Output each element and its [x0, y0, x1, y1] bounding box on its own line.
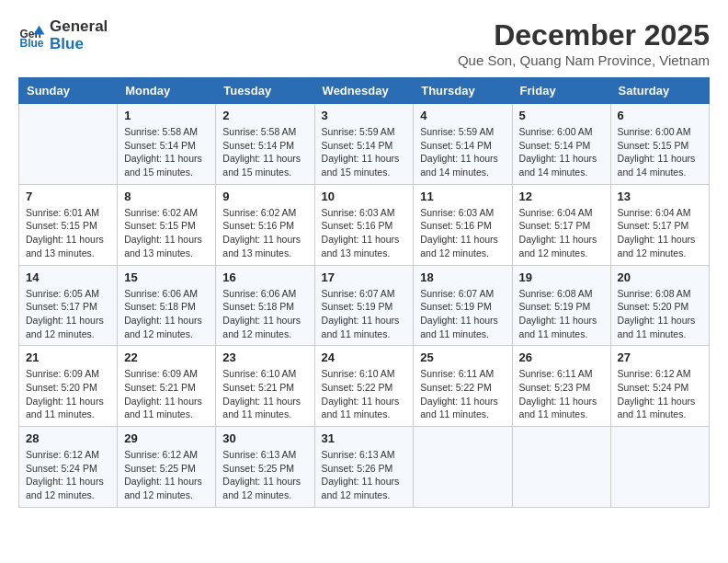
day-info: Sunrise: 6:09 AMSunset: 5:21 PMDaylight:…: [124, 368, 202, 419]
day-cell: 2 Sunrise: 5:58 AMSunset: 5:14 PMDayligh…: [216, 104, 314, 185]
day-info: Sunrise: 6:06 AMSunset: 5:18 PMDaylight:…: [124, 288, 202, 339]
day-cell: 21 Sunrise: 6:09 AMSunset: 5:20 PMDaylig…: [19, 346, 118, 427]
day-number: 7: [26, 190, 110, 203]
day-info: Sunrise: 6:12 AMSunset: 5:24 PMDaylight:…: [26, 449, 104, 500]
col-header-wednesday: Wednesday: [314, 78, 414, 104]
day-info: Sunrise: 6:10 AMSunset: 5:22 PMDaylight:…: [322, 368, 400, 419]
day-cell: 25 Sunrise: 6:11 AMSunset: 5:22 PMDaylig…: [414, 346, 512, 427]
day-number: 28: [26, 431, 110, 445]
day-cell: 24 Sunrise: 6:10 AMSunset: 5:22 PMDaylig…: [314, 346, 414, 427]
col-header-sunday: Sunday: [19, 78, 118, 104]
day-number: 9: [222, 190, 307, 203]
day-number: 10: [322, 190, 407, 203]
logo: Gen Blue General Blue: [18, 18, 108, 52]
week-row-3: 21 Sunrise: 6:09 AMSunset: 5:20 PMDaylig…: [19, 346, 710, 427]
day-info: Sunrise: 6:04 AMSunset: 5:17 PMDaylight:…: [519, 207, 597, 259]
day-number: 20: [618, 270, 702, 284]
day-info: Sunrise: 6:12 AMSunset: 5:24 PMDaylight:…: [618, 368, 696, 419]
day-cell: 18 Sunrise: 6:07 AMSunset: 5:19 PMDaylig…: [414, 265, 512, 346]
location-subtitle: Que Son, Quang Nam Province, Vietnam: [458, 52, 710, 68]
day-number: 30: [222, 431, 307, 445]
day-number: 15: [124, 270, 209, 284]
day-info: Sunrise: 6:08 AMSunset: 5:19 PMDaylight:…: [519, 288, 597, 339]
page-header: Gen Blue General Blue December 2025 Que …: [18, 18, 710, 68]
day-cell: 12 Sunrise: 6:04 AMSunset: 5:17 PMDaylig…: [512, 184, 610, 265]
day-number: 13: [618, 190, 702, 203]
day-number: 21: [26, 350, 110, 364]
day-cell: 30 Sunrise: 6:13 AMSunset: 5:25 PMDaylig…: [216, 427, 314, 508]
day-info: Sunrise: 6:13 AMSunset: 5:26 PMDaylight:…: [322, 449, 400, 500]
title-block: December 2025 Que Son, Quang Nam Provinc…: [458, 18, 710, 68]
day-cell: 3 Sunrise: 5:59 AMSunset: 5:14 PMDayligh…: [314, 104, 414, 185]
day-number: 29: [124, 431, 209, 445]
day-number: 6: [618, 109, 702, 122]
day-number: 12: [519, 190, 604, 203]
day-cell: 29 Sunrise: 6:12 AMSunset: 5:25 PMDaylig…: [118, 427, 216, 508]
day-info: Sunrise: 6:12 AMSunset: 5:25 PMDaylight:…: [124, 449, 202, 500]
col-header-thursday: Thursday: [414, 78, 512, 104]
day-number: 11: [420, 190, 505, 203]
day-cell: 17 Sunrise: 6:07 AMSunset: 5:19 PMDaylig…: [314, 265, 414, 346]
day-number: 27: [618, 350, 702, 364]
day-cell: [610, 427, 709, 508]
day-cell: 6 Sunrise: 6:00 AMSunset: 5:15 PMDayligh…: [610, 104, 709, 185]
day-info: Sunrise: 6:13 AMSunset: 5:25 PMDaylight:…: [222, 449, 301, 500]
col-header-tuesday: Tuesday: [216, 78, 314, 104]
day-info: Sunrise: 5:59 AMSunset: 5:14 PMDaylight:…: [322, 126, 400, 178]
week-row-2: 14 Sunrise: 6:05 AMSunset: 5:17 PMDaylig…: [19, 265, 710, 346]
day-cell: [19, 104, 118, 185]
day-number: 31: [322, 431, 407, 445]
day-info: Sunrise: 6:01 AMSunset: 5:15 PMDaylight:…: [26, 207, 104, 259]
day-cell: 15 Sunrise: 6:06 AMSunset: 5:18 PMDaylig…: [118, 265, 216, 346]
day-info: Sunrise: 6:10 AMSunset: 5:21 PMDaylight:…: [222, 368, 301, 419]
day-cell: 19 Sunrise: 6:08 AMSunset: 5:19 PMDaylig…: [512, 265, 610, 346]
day-cell: 13 Sunrise: 6:04 AMSunset: 5:17 PMDaylig…: [610, 184, 709, 265]
day-info: Sunrise: 6:11 AMSunset: 5:23 PMDaylight:…: [519, 368, 597, 419]
day-number: 1: [124, 109, 209, 122]
day-info: Sunrise: 5:58 AMSunset: 5:14 PMDaylight:…: [124, 126, 202, 178]
day-cell: 10 Sunrise: 6:03 AMSunset: 5:16 PMDaylig…: [314, 184, 414, 265]
day-number: 24: [322, 350, 407, 364]
day-number: 23: [222, 350, 307, 364]
day-cell: 9 Sunrise: 6:02 AMSunset: 5:16 PMDayligh…: [216, 184, 314, 265]
header-row: SundayMondayTuesdayWednesdayThursdayFrid…: [19, 78, 710, 104]
day-number: 22: [124, 350, 209, 364]
day-info: Sunrise: 6:03 AMSunset: 5:16 PMDaylight:…: [322, 207, 400, 259]
day-number: 16: [222, 270, 307, 284]
day-info: Sunrise: 6:09 AMSunset: 5:20 PMDaylight:…: [26, 368, 104, 419]
day-cell: 20 Sunrise: 6:08 AMSunset: 5:20 PMDaylig…: [610, 265, 709, 346]
day-cell: 8 Sunrise: 6:02 AMSunset: 5:15 PMDayligh…: [118, 184, 216, 265]
day-cell: 16 Sunrise: 6:06 AMSunset: 5:18 PMDaylig…: [216, 265, 314, 346]
day-cell: 31 Sunrise: 6:13 AMSunset: 5:26 PMDaylig…: [314, 427, 414, 508]
day-number: 17: [322, 270, 407, 284]
logo-line2: Blue: [50, 36, 108, 53]
day-number: 14: [26, 270, 110, 284]
week-row-0: 1 Sunrise: 5:58 AMSunset: 5:14 PMDayligh…: [19, 104, 710, 185]
day-info: Sunrise: 6:08 AMSunset: 5:20 PMDaylight:…: [618, 288, 696, 339]
day-info: Sunrise: 6:02 AMSunset: 5:15 PMDaylight:…: [124, 207, 202, 259]
calendar-table: SundayMondayTuesdayWednesdayThursdayFrid…: [18, 77, 710, 508]
day-info: Sunrise: 6:11 AMSunset: 5:22 PMDaylight:…: [420, 368, 498, 419]
day-number: 3: [322, 109, 407, 122]
day-number: 2: [222, 109, 307, 122]
logo-line1: General: [50, 18, 108, 36]
day-info: Sunrise: 6:05 AMSunset: 5:17 PMDaylight:…: [26, 288, 104, 339]
day-info: Sunrise: 5:59 AMSunset: 5:14 PMDaylight:…: [420, 126, 498, 178]
day-info: Sunrise: 6:03 AMSunset: 5:16 PMDaylight:…: [420, 207, 498, 259]
day-info: Sunrise: 6:07 AMSunset: 5:19 PMDaylight:…: [420, 288, 498, 339]
day-info: Sunrise: 6:00 AMSunset: 5:14 PMDaylight:…: [519, 126, 597, 178]
day-number: 8: [124, 190, 209, 203]
svg-text:Blue: Blue: [20, 37, 44, 50]
day-number: 5: [519, 109, 604, 122]
day-info: Sunrise: 6:06 AMSunset: 5:18 PMDaylight:…: [222, 288, 301, 339]
day-cell: 26 Sunrise: 6:11 AMSunset: 5:23 PMDaylig…: [512, 346, 610, 427]
day-cell: 7 Sunrise: 6:01 AMSunset: 5:15 PMDayligh…: [19, 184, 118, 265]
month-year-title: December 2025: [458, 18, 710, 52]
logo-icon: Gen Blue: [18, 22, 46, 50]
day-cell: 4 Sunrise: 5:59 AMSunset: 5:14 PMDayligh…: [414, 104, 512, 185]
day-cell: [414, 427, 512, 508]
day-cell: 28 Sunrise: 6:12 AMSunset: 5:24 PMDaylig…: [19, 427, 118, 508]
day-number: 18: [420, 270, 505, 284]
col-header-monday: Monday: [118, 78, 216, 104]
col-header-friday: Friday: [512, 78, 610, 104]
